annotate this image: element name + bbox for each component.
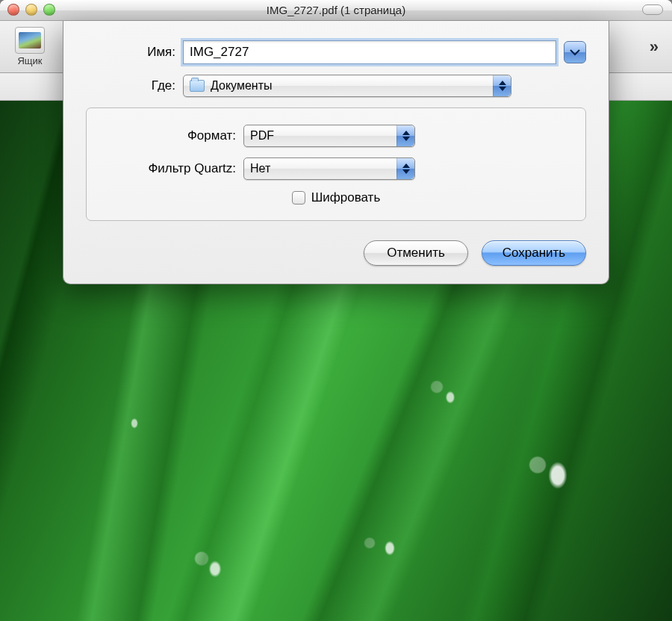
- window-title: IMG_2727.pdf (1 страница): [267, 4, 405, 16]
- expand-disclosure-button[interactable]: [564, 41, 586, 63]
- drawer-icon: [15, 27, 45, 54]
- toolbar-toggle-pill[interactable]: [642, 4, 663, 15]
- where-label: Где:: [86, 78, 183, 93]
- encrypt-label: Шифровать: [311, 190, 381, 205]
- quartz-filter-row: Фильтр Quartz: Нет: [102, 157, 570, 180]
- updown-arrows-icon: [396, 158, 414, 179]
- toolbar-drawer-label: Ящик: [17, 55, 42, 66]
- quartz-filter-value: Нет: [250, 162, 270, 175]
- where-value: Документы: [211, 79, 272, 93]
- format-row: Формат: PDF: [102, 125, 570, 147]
- chevron-down-icon: [570, 49, 580, 56]
- updown-arrows-icon: [396, 125, 414, 146]
- quartz-filter-label: Фильтр Quartz:: [102, 161, 243, 176]
- quartz-filter-select[interactable]: Нет: [243, 157, 415, 180]
- save-sheet: Имя: Где: Документы Формат: PDF: [63, 21, 609, 284]
- format-select[interactable]: PDF: [243, 125, 415, 147]
- minimize-window-button[interactable]: [25, 4, 37, 16]
- folder-icon: [190, 80, 205, 92]
- save-button[interactable]: Сохранить: [482, 240, 586, 266]
- toolbar-drawer-item[interactable]: Ящик: [7, 27, 52, 66]
- name-label: Имя:: [86, 45, 183, 60]
- where-select[interactable]: Документы: [183, 75, 511, 97]
- where-row: Где: Документы: [86, 75, 586, 97]
- encrypt-checkbox[interactable]: [292, 191, 305, 205]
- zoom-window-button[interactable]: [43, 4, 55, 16]
- app-window: IMG_2727.pdf (1 страница) Ящик » Имя: Гд…: [0, 0, 672, 621]
- titlebar: IMG_2727.pdf (1 страница): [0, 0, 672, 21]
- encrypt-row: Шифровать: [102, 190, 570, 205]
- filename-input[interactable]: [183, 40, 556, 64]
- options-group: Формат: PDF Фильтр Quartz: Нет: [86, 107, 586, 221]
- close-window-button[interactable]: [7, 4, 19, 16]
- dialog-buttons: Отменить Сохранить: [86, 240, 586, 266]
- updown-arrows-icon: [493, 75, 511, 96]
- format-label: Формат:: [102, 128, 243, 143]
- cancel-button[interactable]: Отменить: [364, 240, 468, 266]
- traffic-lights: [7, 4, 55, 16]
- toolbar-overflow-button[interactable]: »: [650, 37, 659, 57]
- format-value: PDF: [250, 129, 274, 143]
- name-row: Имя:: [86, 40, 586, 64]
